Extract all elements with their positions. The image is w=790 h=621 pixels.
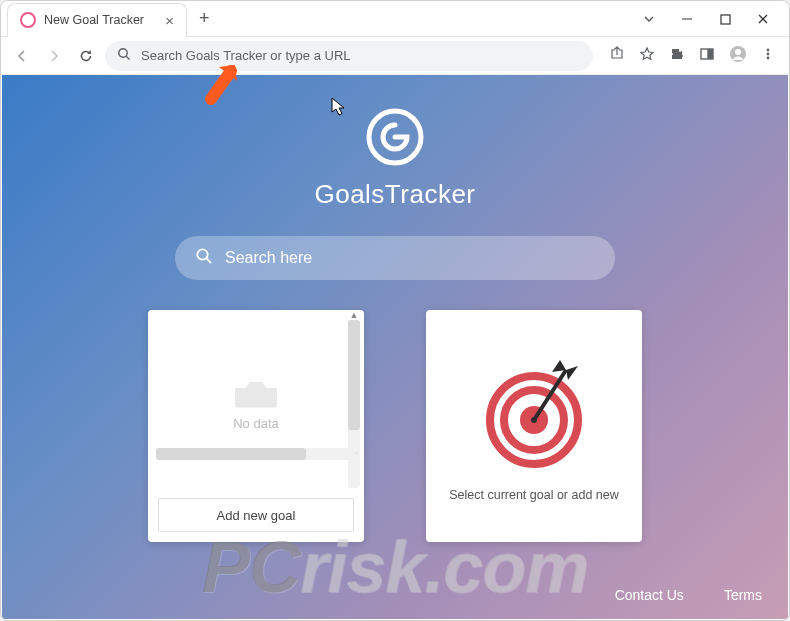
- browser-tab[interactable]: New Goal Tracker ×: [7, 3, 187, 37]
- address-bar-row: Search Goals Tracker or type a URL: [1, 37, 789, 75]
- tab-title: New Goal Tracker: [44, 13, 144, 27]
- address-bar[interactable]: Search Goals Tracker or type a URL: [105, 41, 593, 71]
- horizontal-scrollbar-thumb[interactable]: [156, 448, 306, 460]
- forward-button[interactable]: [41, 43, 67, 69]
- svg-rect-1: [721, 15, 730, 24]
- sidepanel-icon[interactable]: [699, 46, 715, 66]
- svg-rect-6: [708, 49, 713, 59]
- svg-point-9: [767, 48, 770, 51]
- back-button[interactable]: [9, 43, 35, 69]
- reload-button[interactable]: [73, 43, 99, 69]
- annotation-arrow-icon: [201, 59, 247, 109]
- maximize-button[interactable]: [715, 9, 735, 29]
- svg-point-8: [735, 49, 741, 55]
- search-icon: [117, 47, 131, 64]
- browser-window: New Goal Tracker × +: [0, 0, 790, 621]
- window-titlebar: New Goal Tracker × +: [1, 1, 789, 37]
- menu-dots-icon[interactable]: [761, 47, 775, 65]
- svg-point-13: [197, 249, 207, 259]
- close-window-button[interactable]: [753, 9, 773, 29]
- brand-logo-icon: [361, 103, 429, 171]
- contact-us-link[interactable]: Contact Us: [615, 587, 684, 603]
- vertical-scrollbar-thumb[interactable]: [348, 320, 360, 430]
- target-icon: [474, 350, 594, 470]
- svg-line-14: [207, 259, 212, 264]
- add-new-goal-button[interactable]: Add new goal: [158, 498, 354, 532]
- window-controls: [639, 1, 783, 37]
- inbox-empty-icon: [235, 378, 277, 408]
- search-placeholder: Search here: [225, 249, 312, 267]
- goals-list-body: ▲ ▼ No data: [148, 310, 364, 498]
- svg-line-3: [126, 56, 129, 59]
- scroll-up-icon[interactable]: ▲: [348, 310, 360, 320]
- minimize-button[interactable]: [677, 9, 697, 29]
- current-goal-body: Select current goal or add new: [426, 310, 642, 542]
- footer-links: Contact Us Terms: [615, 587, 762, 603]
- goals-list-card: ▲ ▼ No data Add new goal: [148, 310, 364, 542]
- svg-point-2: [119, 49, 127, 57]
- chevron-down-icon[interactable]: [639, 9, 659, 29]
- search-container: Search here: [175, 236, 615, 280]
- page-content: GoalsTracker Search here ▲ ▼ No data: [2, 75, 788, 619]
- brand-header: GoalsTracker: [2, 75, 788, 210]
- tab-favicon-icon: [20, 12, 36, 28]
- bookmark-star-icon[interactable]: [639, 46, 655, 66]
- profile-avatar-icon[interactable]: [729, 45, 747, 67]
- search-input[interactable]: Search here: [175, 236, 615, 280]
- current-goal-prompt: Select current goal or add new: [449, 488, 619, 502]
- address-bar-actions: [599, 45, 781, 67]
- extensions-icon[interactable]: [669, 46, 685, 66]
- svg-point-10: [767, 52, 770, 55]
- svg-point-11: [767, 56, 770, 59]
- empty-state-label: No data: [233, 416, 279, 431]
- current-goal-card: Select current goal or add new: [426, 310, 642, 542]
- cards-row: ▲ ▼ No data Add new goal: [2, 310, 788, 542]
- brand-name: GoalsTracker: [2, 179, 788, 210]
- new-tab-button[interactable]: +: [199, 8, 210, 29]
- svg-point-19: [531, 417, 537, 423]
- terms-link[interactable]: Terms: [724, 587, 762, 603]
- search-icon: [195, 247, 213, 269]
- close-icon[interactable]: ×: [165, 12, 174, 29]
- share-icon[interactable]: [609, 46, 625, 66]
- mouse-cursor-icon: [331, 97, 347, 121]
